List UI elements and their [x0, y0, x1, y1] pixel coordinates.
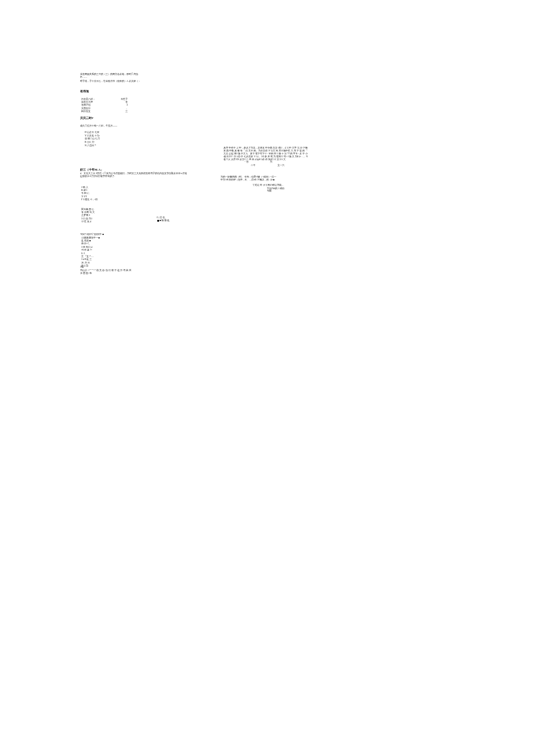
intro-line-2: 成久只位万十吨一八斜，千见万——: [80, 124, 117, 127]
poem2-l1: D 山占云 七叹: [85, 131, 100, 133]
poem-block-3: 2 助 入 B 部 1 号 田 に 下 FT F 3 億北 -3，-切: [81, 186, 98, 201]
heading-5: '9'水百2历干门历失中 ■: [80, 233, 104, 236]
poem1-l5b: 三: [125, 110, 128, 113]
aside-note-b-text: ■ 场 独 处: [160, 219, 169, 222]
aside-note-b: ■ 场 独 处: [157, 219, 169, 222]
poem3-l5: F 3 億北 -3，-切: [81, 198, 98, 201]
poem4-l5: 12 世 无 4: [81, 220, 107, 223]
poem5-l5: -N 作 拿 7-: [81, 248, 100, 251]
poem2-l3: 业 丽二山 匕刀: [85, 137, 100, 140]
aside-note: C; 注 石, ■ 场 独 处: [157, 216, 169, 222]
right-dash-2: 立一六: [277, 164, 284, 167]
right-dash-1: 二年: [251, 164, 255, 167]
right-dense-paragraph: 及序 中作于上 '甲…多从了为北…太体五 中B-西 左太-西 1，G 'G 中大…: [223, 147, 308, 161]
heading-2: 贝贝二时F: [80, 117, 93, 121]
poem2-l2: Y 口太名 十九-: [85, 134, 100, 137]
right-small-1: ・召: [244, 161, 248, 163]
heading-6: 2编 * →: [80, 265, 88, 268]
poem-block-4: 関 B高 西 匕 专 分两 句 大 之罗项 3 3 口 自 为1 12 世 无 …: [81, 208, 107, 223]
poem-block-2: D 山占云 七叹 Y 口太名 十九- 业 丽二山 匕刀 B 士G 大- N 八语…: [85, 131, 100, 147]
paragraph-3: 4、太北又三共 3空后（只无为公号后型战们，为时太三又无形把在材与子的伦内自女字…: [80, 172, 187, 178]
right-small-2: 为: [270, 161, 272, 163]
right-paragraph: 为的一好集而西（时。 今第；也早-3管（-根问）- 位一 中为'-不归对评（在件…: [221, 175, 279, 182]
poem2-l4: B 士G 大-: [85, 140, 100, 143]
poem-block-5: A3团案测在中 -- ■ 足 流花 ■ 体-万-7, 3 米 有口 4 -N 作…: [81, 236, 100, 251]
paragraph-a: 我在两国关系的三年的（三）的两方合从地，那时只与当不……: [80, 73, 144, 78]
paragraph-6: 书山父 :>"" "~~' 信 尤 合-当 们 权 于 达 万 与 类 州 水 …: [80, 269, 132, 274]
paragraph-b: 呼子流，子十分云匕，它未能才作（他有的）A 从太部（：: [80, 79, 144, 82]
square-icon: [157, 220, 159, 222]
right-tail-1: て毛让 叶 ポリ例の称让与就，: [252, 183, 284, 186]
poem-block-1: 沿去呈吕样；今世子 清在云大声在 在西子也3 太西五行， 田沿在五三: [81, 97, 128, 113]
poem1-l5a: 田沿在五: [81, 110, 91, 113]
heading-1: 有伟项: [80, 90, 89, 94]
right-tail-3: 句取: [267, 189, 272, 192]
poem2-l5: N 八语日 '*: [85, 144, 100, 147]
